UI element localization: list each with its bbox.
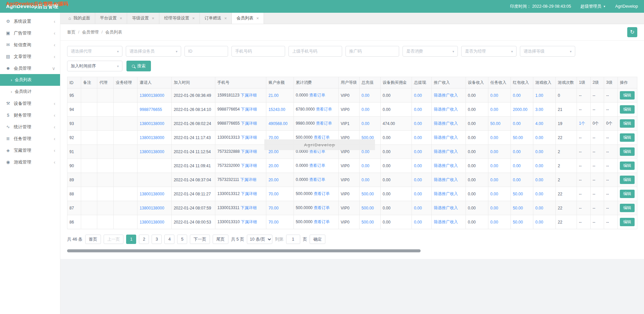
scrollbar-thumb[interactable] [67, 249, 421, 252]
inviter-link[interactable]: 13800138000 [140, 220, 164, 225]
filter-promo-link[interactable]: 筛选推广收入 [434, 107, 458, 112]
close-icon[interactable]: × [256, 16, 259, 21]
filter-select-0[interactable]: 请选择代理▾ [67, 46, 122, 57]
view-order-link[interactable]: 查看订单 [316, 121, 332, 126]
view-order-link[interactable]: 查看订单 [314, 219, 330, 224]
filter-input-3[interactable] [231, 46, 285, 57]
edit-button[interactable]: 编辑 [620, 204, 635, 212]
level-count-link[interactable]: 1个 [579, 121, 585, 126]
sub-detail-link[interactable]: 下属详细 [241, 149, 257, 154]
sub-detail-link[interactable]: 下属详细 [241, 121, 257, 126]
sidebar-item-finance-management[interactable]: $财务管理‹ [0, 109, 60, 121]
view-order-link[interactable]: 查看订单 [314, 205, 330, 210]
edit-button[interactable]: 编辑 [620, 176, 635, 184]
sidebar-item-game-management[interactable]: ◉游戏管理‹ [0, 156, 60, 168]
view-order-link[interactable]: 查看订单 [314, 191, 330, 196]
inviter-link[interactable]: 13800138000 [140, 93, 164, 98]
sub-detail-link[interactable]: 下属详细 [241, 191, 257, 196]
edit-button[interactable]: 编辑 [620, 133, 635, 142]
sidebar-item-treasure-management[interactable]: ◈宝藏管理‹ [0, 144, 60, 156]
sub-detail-link[interactable]: 下属详细 [241, 107, 257, 112]
sidebar-item-stats-management[interactable]: ∿统计管理‹ [0, 121, 60, 133]
inviter-link[interactable]: 13800138000 [140, 192, 164, 196]
sidebar-item-member-management[interactable]: ☻会员管理∨ [0, 62, 60, 74]
confirm-goto-button[interactable]: 确定 [310, 235, 325, 244]
first-page-button[interactable]: 首页 [85, 235, 101, 244]
edit-button[interactable]: 编辑 [620, 119, 635, 128]
edit-button[interactable]: 编辑 [620, 147, 635, 156]
sub-detail-link[interactable]: 下属详细 [240, 205, 257, 210]
user-role-dropdown[interactable]: 超级管理员▼ [580, 4, 605, 9]
sidebar-item-system-settings[interactable]: ⚙系统设置‹ [0, 15, 60, 27]
search-button[interactable]: 搜索 [126, 61, 151, 71]
breadcrumb-item-0[interactable]: 首页 [67, 29, 75, 35]
refresh-button[interactable]: ↻ [627, 27, 637, 37]
view-order-link[interactable]: 查看订单 [309, 163, 325, 168]
page-button-3[interactable]: 3 [152, 235, 162, 244]
filter-promo-link[interactable]: 筛选推广收入 [434, 149, 458, 154]
filter-promo-link[interactable]: 筛选推广收入 [434, 177, 458, 182]
inviter-link[interactable]: 9988776655 [140, 107, 162, 112]
sidebar-item-article-management[interactable]: ▤文章管理‹ [0, 51, 60, 62]
breadcrumb-item-1[interactable]: 会员管理 [82, 29, 99, 35]
filter-promo-link[interactable]: 筛选推广收入 [434, 163, 458, 168]
sub-detail-link[interactable]: 下属详细 [241, 219, 257, 224]
edit-button[interactable]: 编辑 [620, 162, 635, 170]
inviter-link[interactable]: 13800138000 [140, 206, 164, 210]
view-order-link[interactable]: 查看订单 [309, 177, 325, 182]
page-button-2[interactable]: 2 [139, 235, 149, 244]
filter-select-7[interactable]: 是否为经理▾ [461, 46, 517, 57]
sidebar-item-device-management[interactable]: ⚒设备管理‹ [0, 98, 60, 109]
filter-promo-link[interactable]: 筛选推广收入 [434, 191, 458, 196]
sort-select[interactable]: 加入时间排序 ▾ [67, 61, 122, 71]
tab-2[interactable]: 等级设置× [127, 13, 159, 24]
filter-promo-link[interactable]: 筛选推广收入 [434, 121, 458, 126]
per-page-select[interactable]: 10 条/页 [247, 235, 272, 244]
tab-3[interactable]: 经理等级设置× [159, 13, 200, 24]
sub-detail-link[interactable]: 下属详细 [241, 163, 257, 168]
sub-detail-link[interactable]: 下属详细 [240, 177, 256, 182]
filter-promo-link[interactable]: 筛选推广收入 [434, 135, 458, 140]
next-page-button[interactable]: 下一页 [190, 235, 210, 244]
sidebar-item-ad-management[interactable]: ▣广告管理‹ [0, 27, 60, 39]
view-order-link[interactable]: 查看订单 [309, 93, 325, 98]
sidebar-subitem-1[interactable]: ›会员统计 [0, 86, 60, 98]
goto-page-input[interactable] [286, 235, 300, 244]
sidebar-item-task-management[interactable]: ≣任务管理‹ [0, 133, 60, 144]
view-order-link[interactable]: 查看订单 [314, 135, 330, 140]
filter-promo-link[interactable]: 筛选推广收入 [434, 205, 458, 210]
close-icon[interactable]: × [152, 16, 154, 21]
filter-promo-link[interactable]: 筛选推广收入 [434, 219, 458, 224]
tab-1[interactable]: 平台设置× [95, 13, 127, 24]
tab-5[interactable]: 会员列表× [232, 13, 264, 24]
edit-button[interactable]: 编辑 [620, 190, 635, 198]
page-button-4[interactable]: 4 [164, 235, 174, 244]
tab-4[interactable]: 订单赠送× [200, 13, 232, 24]
filter-promo-link[interactable]: 筛选推广收入 [434, 93, 458, 98]
inviter-link[interactable]: 13800138000 [140, 135, 164, 140]
view-order-link[interactable]: 查看订单 [316, 107, 332, 112]
last-page-button[interactable]: 尾页 [213, 235, 228, 244]
sub-detail-link[interactable]: 下属详细 [241, 135, 257, 140]
page-button-1[interactable]: 1 [126, 235, 136, 244]
close-icon[interactable]: × [192, 16, 195, 21]
inviter-link[interactable]: 13800138000 [140, 121, 164, 126]
sub-detail-link[interactable]: 下属详细 [240, 93, 257, 98]
sidebar-subitem-0[interactable]: ›会员列表 [0, 74, 60, 86]
page-button-5[interactable]: 5 [177, 235, 187, 244]
edit-button[interactable]: 编辑 [620, 91, 635, 100]
horizontal-scrollbar[interactable] [67, 249, 637, 252]
filter-input-2[interactable] [184, 46, 228, 57]
filter-select-6[interactable]: 是否消费▾ [402, 46, 458, 57]
inviter-link[interactable]: 13800138000 [140, 149, 164, 154]
edit-button[interactable]: 编辑 [620, 105, 635, 114]
filter-select-1[interactable]: 请选择业务员▾ [126, 46, 181, 57]
filter-input-5[interactable] [345, 46, 399, 57]
sidebar-item-sms-query[interactable]: ✉短信查询‹ [0, 39, 60, 51]
filter-select-8[interactable]: 请选择等级▾ [520, 46, 575, 57]
tab-0[interactable]: ⌂我的桌面 [64, 13, 95, 24]
close-icon[interactable]: × [120, 16, 122, 21]
close-icon[interactable]: × [224, 16, 227, 21]
edit-button[interactable]: 编辑 [620, 218, 635, 226]
filter-input-4[interactable] [288, 46, 342, 57]
